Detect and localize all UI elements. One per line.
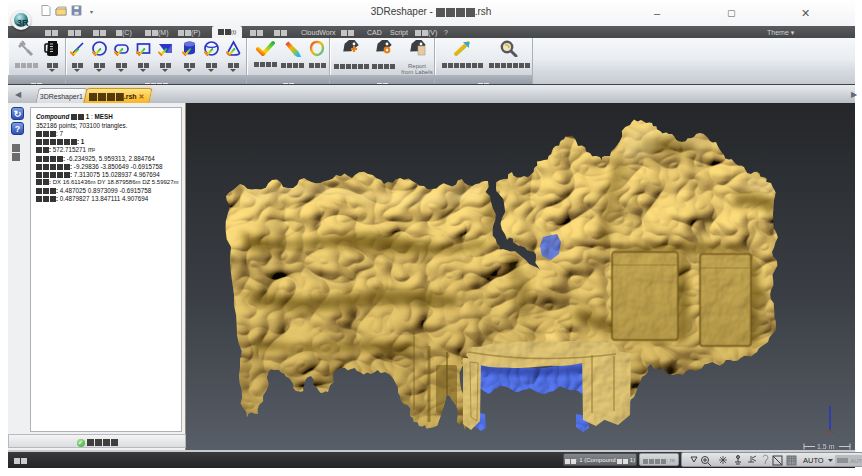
svg-text:AUTO: AUTO xyxy=(803,456,824,465)
svg-text:1.5 m: 1.5 m xyxy=(817,443,835,450)
svg-text::AUTO: :AUTO xyxy=(849,458,862,464)
